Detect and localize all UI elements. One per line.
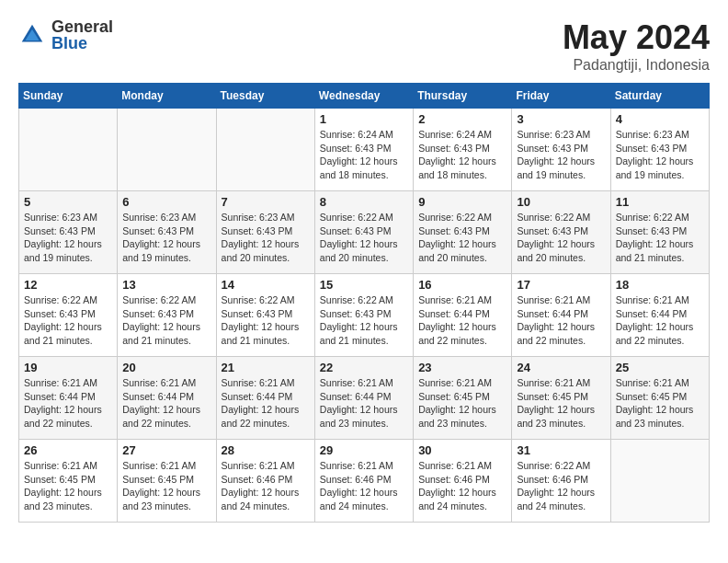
- calendar-cell: 22Sunrise: 6:21 AM Sunset: 6:44 PM Dayli…: [314, 357, 413, 440]
- day-info: Sunrise: 6:21 AM Sunset: 6:46 PM Dayligh…: [222, 459, 310, 513]
- calendar-cell: 10Sunrise: 6:22 AM Sunset: 6:43 PM Dayli…: [512, 191, 610, 274]
- day-of-week-header: Tuesday: [216, 84, 314, 109]
- day-info: Sunrise: 6:21 AM Sunset: 6:45 PM Dayligh…: [616, 376, 704, 431]
- logo: General Blue: [18, 18, 113, 52]
- day-info: Sunrise: 6:24 AM Sunset: 6:43 PM Dayligh…: [320, 128, 408, 182]
- logo-general-text: General: [51, 18, 113, 35]
- day-number: 20: [122, 361, 210, 374]
- day-number: 29: [320, 443, 408, 457]
- calendar-cell: 27Sunrise: 6:21 AM Sunset: 6:45 PM Dayli…: [118, 440, 216, 523]
- day-info: Sunrise: 6:21 AM Sunset: 6:44 PM Dayligh…: [24, 376, 112, 431]
- calendar-cell: 6Sunrise: 6:23 AM Sunset: 6:43 PM Daylig…: [118, 191, 216, 274]
- day-of-week-header: Sunday: [19, 84, 118, 109]
- calendar-cell: 14Sunrise: 6:22 AM Sunset: 6:43 PM Dayli…: [216, 274, 314, 357]
- day-of-week-header: Friday: [512, 84, 610, 109]
- calendar-cell: [19, 109, 118, 191]
- calendar-cell: 21Sunrise: 6:21 AM Sunset: 6:44 PM Dayli…: [216, 357, 314, 440]
- day-info: Sunrise: 6:22 AM Sunset: 6:43 PM Dayligh…: [222, 293, 310, 348]
- day-info: Sunrise: 6:21 AM Sunset: 6:46 PM Dayligh…: [418, 459, 506, 513]
- calendar-week-row: 1Sunrise: 6:24 AM Sunset: 6:43 PM Daylig…: [19, 109, 710, 191]
- day-number: 11: [616, 195, 704, 209]
- logo-icon: [18, 21, 46, 49]
- day-number: 12: [24, 278, 112, 292]
- day-number: 31: [517, 443, 605, 457]
- day-number: 8: [320, 195, 408, 209]
- day-number: 18: [616, 278, 704, 292]
- day-info: Sunrise: 6:22 AM Sunset: 6:43 PM Dayligh…: [616, 211, 704, 265]
- calendar-cell: [610, 440, 709, 523]
- day-info: Sunrise: 6:21 AM Sunset: 6:44 PM Dayligh…: [320, 376, 408, 431]
- calendar-cell: 1Sunrise: 6:24 AM Sunset: 6:43 PM Daylig…: [314, 109, 413, 191]
- calendar-cell: 4Sunrise: 6:23 AM Sunset: 6:43 PM Daylig…: [610, 109, 709, 191]
- day-number: 27: [122, 443, 210, 457]
- day-info: Sunrise: 6:21 AM Sunset: 6:44 PM Dayligh…: [418, 293, 506, 348]
- day-info: Sunrise: 6:21 AM Sunset: 6:46 PM Dayligh…: [320, 459, 408, 513]
- page-header: General Blue May 2024 Padangtiji, Indone…: [18, 18, 710, 74]
- day-info: Sunrise: 6:22 AM Sunset: 6:46 PM Dayligh…: [517, 459, 605, 513]
- calendar-cell: 29Sunrise: 6:21 AM Sunset: 6:46 PM Dayli…: [314, 440, 413, 523]
- title-block: May 2024 Padangtiji, Indonesia: [563, 18, 710, 74]
- calendar-cell: 26Sunrise: 6:21 AM Sunset: 6:45 PM Dayli…: [19, 440, 118, 523]
- day-of-week-header: Monday: [118, 84, 216, 109]
- calendar-cell: 3Sunrise: 6:23 AM Sunset: 6:43 PM Daylig…: [512, 109, 610, 191]
- location-text: Padangtiji, Indonesia: [563, 57, 710, 74]
- day-number: 15: [320, 278, 408, 292]
- day-number: 22: [320, 361, 408, 374]
- calendar-cell: 28Sunrise: 6:21 AM Sunset: 6:46 PM Dayli…: [216, 440, 314, 523]
- calendar-week-row: 19Sunrise: 6:21 AM Sunset: 6:44 PM Dayli…: [19, 357, 710, 440]
- calendar-week-row: 5Sunrise: 6:23 AM Sunset: 6:43 PM Daylig…: [19, 191, 710, 274]
- calendar-cell: 13Sunrise: 6:22 AM Sunset: 6:43 PM Dayli…: [118, 274, 216, 357]
- calendar-cell: [216, 109, 314, 191]
- day-info: Sunrise: 6:23 AM Sunset: 6:43 PM Dayligh…: [616, 128, 704, 182]
- day-number: 19: [24, 361, 112, 374]
- day-number: 16: [418, 278, 506, 292]
- day-info: Sunrise: 6:22 AM Sunset: 6:43 PM Dayligh…: [320, 211, 408, 265]
- day-info: Sunrise: 6:22 AM Sunset: 6:43 PM Dayligh…: [320, 293, 408, 348]
- calendar-header-row: SundayMondayTuesdayWednesdayThursdayFrid…: [19, 84, 710, 109]
- day-info: Sunrise: 6:21 AM Sunset: 6:45 PM Dayligh…: [24, 459, 112, 513]
- day-number: 21: [222, 361, 310, 374]
- day-info: Sunrise: 6:21 AM Sunset: 6:44 PM Dayligh…: [222, 376, 310, 431]
- calendar-week-row: 26Sunrise: 6:21 AM Sunset: 6:45 PM Dayli…: [19, 440, 710, 523]
- day-number: 5: [24, 195, 112, 209]
- calendar-table: SundayMondayTuesdayWednesdayThursdayFrid…: [18, 83, 710, 523]
- day-number: 1: [320, 112, 408, 126]
- day-info: Sunrise: 6:24 AM Sunset: 6:43 PM Dayligh…: [418, 128, 506, 182]
- day-number: 14: [222, 278, 310, 292]
- day-info: Sunrise: 6:21 AM Sunset: 6:45 PM Dayligh…: [418, 376, 506, 431]
- calendar-cell: 31Sunrise: 6:22 AM Sunset: 6:46 PM Dayli…: [512, 440, 610, 523]
- calendar-cell: 25Sunrise: 6:21 AM Sunset: 6:45 PM Dayli…: [610, 357, 709, 440]
- calendar-cell: 18Sunrise: 6:21 AM Sunset: 6:44 PM Dayli…: [610, 274, 709, 357]
- day-number: 17: [517, 278, 605, 292]
- day-info: Sunrise: 6:23 AM Sunset: 6:43 PM Dayligh…: [24, 211, 112, 265]
- logo-text: General Blue: [51, 18, 113, 52]
- day-info: Sunrise: 6:23 AM Sunset: 6:43 PM Dayligh…: [222, 211, 310, 265]
- calendar-cell: 2Sunrise: 6:24 AM Sunset: 6:43 PM Daylig…: [414, 109, 512, 191]
- day-number: 2: [418, 112, 506, 126]
- day-number: 26: [24, 443, 112, 457]
- day-number: 10: [517, 195, 605, 209]
- day-info: Sunrise: 6:22 AM Sunset: 6:43 PM Dayligh…: [517, 211, 605, 265]
- day-number: 30: [418, 443, 506, 457]
- day-info: Sunrise: 6:23 AM Sunset: 6:43 PM Dayligh…: [122, 211, 210, 265]
- calendar-cell: 23Sunrise: 6:21 AM Sunset: 6:45 PM Dayli…: [414, 357, 512, 440]
- day-info: Sunrise: 6:21 AM Sunset: 6:44 PM Dayligh…: [616, 293, 704, 348]
- day-info: Sunrise: 6:21 AM Sunset: 6:44 PM Dayligh…: [122, 376, 210, 431]
- day-number: 6: [122, 195, 210, 209]
- calendar-cell: 24Sunrise: 6:21 AM Sunset: 6:45 PM Dayli…: [512, 357, 610, 440]
- day-number: 4: [616, 112, 704, 126]
- calendar-cell: 9Sunrise: 6:22 AM Sunset: 6:43 PM Daylig…: [414, 191, 512, 274]
- calendar-cell: 19Sunrise: 6:21 AM Sunset: 6:44 PM Dayli…: [19, 357, 118, 440]
- calendar-cell: 16Sunrise: 6:21 AM Sunset: 6:44 PM Dayli…: [414, 274, 512, 357]
- day-number: 7: [222, 195, 310, 209]
- logo-blue-text: Blue: [51, 35, 113, 52]
- calendar-cell: 5Sunrise: 6:23 AM Sunset: 6:43 PM Daylig…: [19, 191, 118, 274]
- calendar-cell: 7Sunrise: 6:23 AM Sunset: 6:43 PM Daylig…: [216, 191, 314, 274]
- day-info: Sunrise: 6:22 AM Sunset: 6:43 PM Dayligh…: [418, 211, 506, 265]
- day-info: Sunrise: 6:21 AM Sunset: 6:44 PM Dayligh…: [517, 293, 605, 348]
- day-info: Sunrise: 6:21 AM Sunset: 6:45 PM Dayligh…: [122, 459, 210, 513]
- day-info: Sunrise: 6:21 AM Sunset: 6:45 PM Dayligh…: [517, 376, 605, 431]
- day-info: Sunrise: 6:22 AM Sunset: 6:43 PM Dayligh…: [122, 293, 210, 348]
- calendar-cell: 20Sunrise: 6:21 AM Sunset: 6:44 PM Dayli…: [118, 357, 216, 440]
- calendar-cell: 8Sunrise: 6:22 AM Sunset: 6:43 PM Daylig…: [314, 191, 413, 274]
